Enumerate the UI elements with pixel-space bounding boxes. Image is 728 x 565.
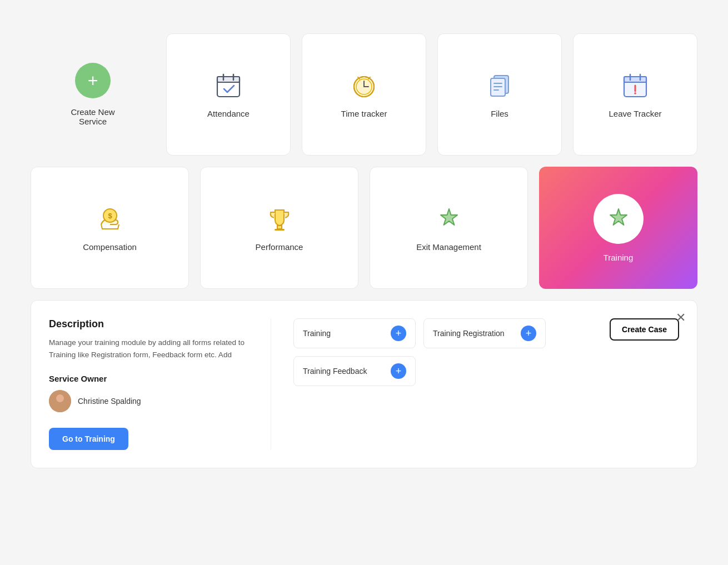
card-compensation[interactable]: $ Compensation <box>31 167 189 289</box>
close-button[interactable]: ✕ <box>676 312 686 324</box>
description-title: Description <box>49 318 248 330</box>
svg-text:$: $ <box>108 212 112 220</box>
time-tracker-icon <box>350 71 378 100</box>
svg-marker-26 <box>441 209 457 225</box>
service-items-row2: Training Feedback + <box>293 356 601 386</box>
bottom-panel: ✕ Description Manage your training modul… <box>31 300 697 468</box>
training-feedback-add-button[interactable]: + <box>391 363 406 379</box>
card-leave-tracker-label: Leave Tracker <box>609 109 661 118</box>
svg-rect-17 <box>624 77 646 82</box>
cards-row2: $ Compensation Performance <box>31 167 697 289</box>
service-items-col: Training + Training Registration + Train… <box>293 318 601 386</box>
training-circle <box>594 194 644 244</box>
card-exit-management[interactable]: Exit Management <box>370 167 528 289</box>
create-plus-icon: + <box>75 63 111 98</box>
training-feedback-service-item[interactable]: Training Feedback + <box>293 356 416 386</box>
leave-tracker-icon <box>621 71 650 100</box>
training-registration-label: Training Registration <box>433 329 505 338</box>
compensation-icon: $ <box>96 204 124 233</box>
card-time-tracker-label: Time tracker <box>341 109 387 118</box>
service-owner-label: Service Owner <box>49 374 248 383</box>
attendance-icon <box>214 71 243 100</box>
panel-right: Training + Training Registration + Train… <box>293 318 679 450</box>
card-performance-label: Performance <box>256 242 303 252</box>
owner-name: Christine Spalding <box>78 397 141 406</box>
svg-rect-24 <box>277 226 282 229</box>
owner-avatar <box>49 390 71 412</box>
card-exit-management-label: Exit Management <box>416 242 481 252</box>
svg-rect-1 <box>217 77 240 82</box>
owner-row: Christine Spalding <box>49 390 248 412</box>
card-compensation-label: Compensation <box>83 242 137 252</box>
training-registration-service-item[interactable]: Training Registration + <box>423 318 546 348</box>
card-leave-tracker[interactable]: Leave Tracker <box>573 33 697 156</box>
service-items-row1: Training + Training Registration + <box>293 318 601 348</box>
training-feedback-label: Training Feedback <box>303 367 367 376</box>
card-performance[interactable]: Performance <box>200 167 358 289</box>
svg-marker-27 <box>610 209 627 225</box>
panel-right-top: Training + Training Registration + Train… <box>293 318 679 386</box>
card-create-label: Create NewService <box>71 107 114 126</box>
card-time-tracker[interactable]: Time tracker <box>302 33 426 156</box>
exit-management-icon <box>435 204 463 233</box>
svg-rect-12 <box>491 78 505 96</box>
training-service-item[interactable]: Training + <box>293 318 416 348</box>
main-container: + Create NewService Attendance <box>31 33 697 468</box>
files-icon <box>485 71 514 100</box>
svg-rect-25 <box>275 229 285 231</box>
training-registration-add-button[interactable]: + <box>521 326 536 341</box>
description-text: Manage your training module by adding al… <box>49 337 248 361</box>
cards-row1: + Create NewService Attendance <box>31 33 697 156</box>
panel-left: Description Manage your training module … <box>49 318 271 450</box>
performance-icon <box>265 204 294 233</box>
training-service-label: Training <box>303 329 331 338</box>
svg-point-21 <box>634 92 636 94</box>
create-case-button[interactable]: Create Case <box>610 318 679 341</box>
card-training[interactable]: Training <box>539 167 697 289</box>
card-training-label: Training <box>604 253 634 262</box>
card-attendance-label: Attendance <box>207 109 250 118</box>
training-add-button[interactable]: + <box>391 326 406 341</box>
card-attendance[interactable]: Attendance <box>166 33 291 156</box>
card-files[interactable]: Files <box>437 33 562 156</box>
svg-point-29 <box>56 394 64 402</box>
goto-training-button[interactable]: Go to Training <box>49 428 128 450</box>
card-files-label: Files <box>491 109 508 118</box>
card-create-new-service[interactable]: + Create NewService <box>31 33 155 156</box>
